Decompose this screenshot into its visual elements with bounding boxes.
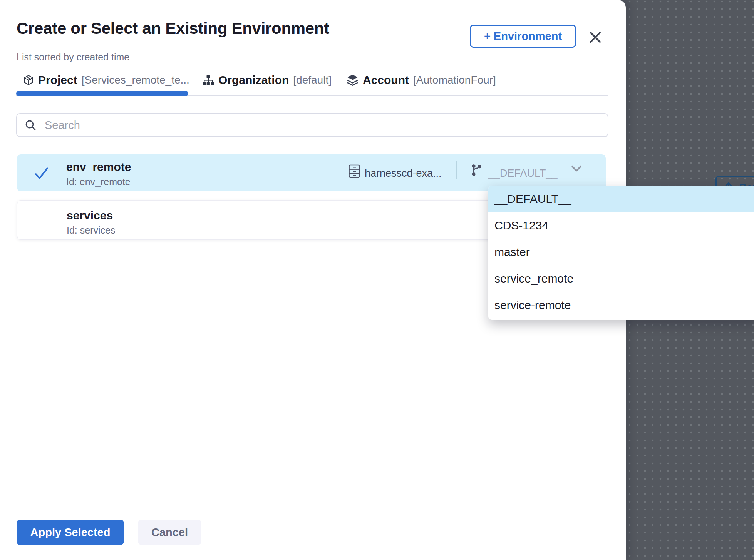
cube-icon xyxy=(23,75,34,85)
search-icon xyxy=(25,119,36,131)
repository-icon xyxy=(348,164,360,178)
branch-option-master[interactable]: master xyxy=(488,239,754,265)
sort-note: List sorted by created time xyxy=(17,52,129,63)
chevron-down-icon[interactable] xyxy=(571,165,582,172)
environment-name: env_remote xyxy=(66,160,131,174)
apply-selected-button[interactable]: Apply Selected xyxy=(17,520,124,545)
tab-account-context: [AutomationFour] xyxy=(413,74,496,86)
environment-id: Id: env_remote xyxy=(66,176,131,187)
branch-selector-value[interactable]: __DEFAULT__ xyxy=(488,167,558,179)
row-divider xyxy=(456,161,457,179)
close-button[interactable] xyxy=(586,28,605,47)
page-title: Create or Select an Existing Environment xyxy=(17,19,329,38)
environment-id: Id: services xyxy=(67,225,115,236)
branch-option-service-underscore-remote[interactable]: service_remote xyxy=(488,265,754,292)
selected-check-icon xyxy=(35,167,49,179)
tab-account-label: Account xyxy=(363,74,409,87)
environment-name: services xyxy=(67,209,113,222)
tab-organization-label: Organization xyxy=(218,74,289,87)
footer-divider xyxy=(16,507,608,507)
branch-dropdown: __DEFAULT__ CDS-1234 master service_remo… xyxy=(488,186,754,320)
sitemap-icon xyxy=(203,75,214,85)
tab-organization-context: [default] xyxy=(293,74,332,86)
tab-organization[interactable]: Organization [default] xyxy=(203,72,332,88)
git-branch-icon xyxy=(471,164,482,176)
search-box xyxy=(16,113,608,137)
screen: Save Create or Select an Existing Enviro… xyxy=(0,0,754,560)
branch-option-service-dash-remote[interactable]: service-remote xyxy=(488,292,754,318)
tab-project[interactable]: Project [Services_remote_te... xyxy=(23,72,189,88)
tab-project-label: Project xyxy=(38,74,77,87)
tab-project-context: [Services_remote_te... xyxy=(82,74,189,86)
search-input[interactable] xyxy=(44,119,600,132)
repository-name: harnesscd-exa... xyxy=(365,167,442,179)
branch-option-default[interactable]: __DEFAULT__ xyxy=(488,186,754,212)
tab-account[interactable]: Account [AutomationFour] xyxy=(347,72,496,88)
close-icon xyxy=(587,29,604,46)
new-environment-button[interactable]: + Environment xyxy=(470,25,576,48)
active-tab-indicator xyxy=(16,91,188,96)
layers-icon xyxy=(347,75,359,86)
branch-option-cds-1234[interactable]: CDS-1234 xyxy=(488,212,754,239)
cancel-button[interactable]: Cancel xyxy=(138,520,201,545)
